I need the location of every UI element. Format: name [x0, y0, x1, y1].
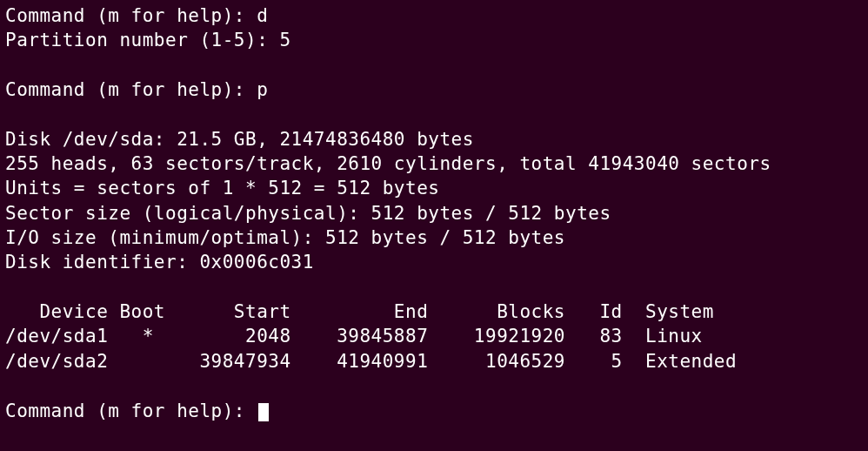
command-prompt-line-3: Command (m for help): — [5, 399, 863, 423]
io-size-line: I/O size (minimum/optimal): 512 bytes / … — [5, 226, 863, 250]
blank-line — [5, 374, 863, 398]
blank-line — [5, 102, 863, 126]
disk-identifier-line: Disk identifier: 0x0006c031 — [5, 250, 863, 274]
disk-geometry-line: 255 heads, 63 sectors/track, 2610 cylind… — [5, 151, 863, 176]
sector-size-line: Sector size (logical/physical): 512 byte… — [5, 201, 863, 226]
partition-prompt-line: Partition number (1-5): 5 — [5, 28, 863, 52]
blank-line — [5, 275, 863, 300]
disk-units-line: Units = sectors of 1 * 512 = 512 bytes — [5, 176, 863, 200]
cursor-icon — [258, 403, 269, 421]
command-prompt-line-1: Command (m for help): d — [5, 3, 863, 28]
disk-info-line: Disk /dev/sda: 21.5 GB, 21474836480 byte… — [5, 127, 863, 151]
command-prompt-line-2: Command (m for help): p — [5, 77, 863, 102]
command-input-1[interactable]: d — [257, 5, 268, 26]
command-prompt: Command (m for help): — [5, 401, 257, 421]
blank-line — [5, 53, 863, 77]
partition-prompt: Partition number (1-5): — [5, 30, 279, 50]
partition-table-row: /dev/sda1 * 2048 39845887 19921920 83 Li… — [5, 324, 863, 348]
command-input-2[interactable]: p — [257, 79, 268, 100]
command-prompt: Command (m for help): — [5, 5, 257, 26]
partition-input[interactable]: 5 — [279, 30, 290, 50]
command-prompt: Command (m for help): — [5, 79, 257, 100]
partition-table-header: Device Boot Start End Blocks Id System — [5, 300, 863, 324]
partition-table-row: /dev/sda2 39847934 41940991 1046529 5 Ex… — [5, 349, 863, 374]
